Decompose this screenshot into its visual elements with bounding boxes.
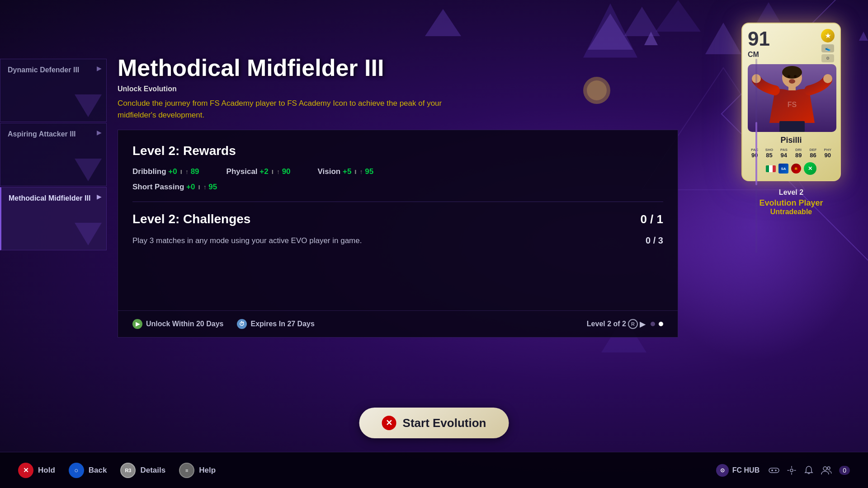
expires-days-info: ⏱ Expires In 27 Days	[237, 319, 314, 329]
card-extra-badge: ⚙	[821, 54, 834, 62]
sidebar-decoration	[75, 159, 102, 181]
r3-icon: R3	[120, 463, 136, 478]
stat-sho-label: SHO	[765, 148, 773, 152]
unlock-label: Unlock Evolution	[118, 85, 678, 93]
reward-dribbling: Dribbling +0 ı ↑ 89	[132, 167, 199, 176]
untradeable-label: Untradeable	[759, 208, 823, 216]
card-top-right: ★ 👟 ⚙	[821, 29, 835, 62]
sidebar: Dynamic Defender III ▶ Aspiring Attacker…	[0, 0, 111, 488]
dribbling-plus: +0	[168, 167, 177, 176]
svg-text:FS: FS	[788, 101, 797, 108]
help-label: Help	[199, 466, 216, 475]
sidebar-item-label: Methodical Midfielder III	[9, 194, 90, 203]
card-top-left: 91 CM	[748, 29, 770, 59]
unlock-icon: ▶	[132, 319, 142, 329]
sidebar-arrow-icon: ▶	[97, 65, 102, 72]
description-text: Conclude the journey from FS Academy pla…	[118, 98, 479, 121]
help-button[interactable]: ≡ Help	[179, 463, 216, 478]
challenges-header: Level 2: Challenges 0 / 1	[132, 212, 663, 226]
passing-plus: +0	[186, 183, 195, 191]
back-label: Back	[89, 466, 107, 475]
section-divider	[132, 202, 663, 202]
hold-button[interactable]: ✕ Hold	[18, 463, 55, 478]
content-panel: Level 2: Rewards Dribbling +0 ı ↑ 89 Phy…	[118, 130, 678, 338]
svg-marker-10	[859, 32, 868, 41]
svg-point-25	[771, 469, 773, 471]
unlock-days-label: Unlock Within 20 Days	[146, 320, 223, 328]
rewards-grid: Dribbling +0 ı ↑ 89 Physical +2 ı ↑ 90 V…	[132, 167, 663, 176]
footer-right: Level 2 of 2 R ▶	[587, 319, 663, 329]
start-evolution-button[interactable]: ✕ Start Evolution	[359, 408, 509, 438]
evolution-title: Methodical Midfielder III	[118, 54, 678, 81]
sidebar-item-dynamic-defender-iii[interactable]: Dynamic Defender III ▶	[0, 59, 107, 122]
svg-marker-0	[425, 9, 461, 36]
level-nav: Level 2 of 2 R ▶	[587, 319, 645, 329]
stat-pas: PAS 94	[777, 148, 791, 159]
notification-count: 0	[839, 466, 850, 475]
card-level-info: Level 2 Evolution Player Untradeable	[759, 188, 823, 216]
svg-point-28	[790, 469, 793, 472]
card-rating: 91	[748, 29, 770, 49]
stat-dri-value: 89	[795, 152, 802, 159]
stat-phy-value: 90	[825, 152, 831, 159]
dot-2	[659, 322, 663, 326]
card-flags: SA R ✕	[748, 162, 835, 175]
svg-marker-2	[588, 14, 633, 50]
evo-player-label: Evolution Player	[759, 198, 823, 208]
scroll-indicator	[755, 59, 757, 253]
rewards-title: Level 2: Rewards	[132, 144, 663, 158]
controller-icon-btn	[769, 467, 779, 474]
unlock-days-info: ▶ Unlock Within 20 Days	[132, 319, 223, 329]
card-player-name: Pisilli	[748, 136, 835, 145]
reward-vision: Vision +5 ı ↑ 95	[318, 167, 374, 176]
details-label: Details	[140, 466, 165, 475]
svg-point-20	[788, 75, 790, 78]
flag-green	[766, 165, 769, 172]
physical-cap: 90	[282, 167, 291, 176]
svg-marker-4	[656, 0, 701, 32]
settings-icon-btn	[787, 465, 797, 475]
flag-white	[769, 165, 772, 172]
stat-dri: DRI 89	[792, 148, 805, 159]
svg-rect-24	[769, 468, 779, 473]
stat-sho: SHO 85	[762, 148, 776, 159]
stat-def: DEF 86	[806, 148, 820, 159]
reward-short-passing: Short Passing +0 ı ↑ 95	[132, 183, 217, 192]
panel-footer: ▶ Unlock Within 20 Days ⏱ Expires In 27 …	[118, 310, 678, 337]
back-button[interactable]: ○ Back	[69, 463, 107, 478]
stat-phy: PHY 90	[821, 148, 835, 159]
details-button[interactable]: R3 Details	[120, 463, 165, 478]
fc-hub-label: FC HUB	[732, 466, 760, 474]
dot-1	[651, 322, 655, 326]
sidebar-item-label: Dynamic Defender III	[8, 66, 79, 75]
league-badge: SA	[778, 164, 788, 174]
r-button: R	[628, 319, 638, 329]
notification-icon-btn	[804, 465, 814, 475]
sidebar-decoration	[75, 223, 102, 245]
passing-cap: 95	[208, 183, 217, 191]
svg-point-18	[823, 74, 832, 83]
stat-dri-label: DRI	[795, 148, 802, 152]
sidebar-arrow-icon: ▶	[97, 193, 102, 200]
fc-hub[interactable]: ⊙ FC HUB	[716, 464, 760, 477]
reward-physical: Physical +2 ı ↑ 90	[226, 167, 291, 176]
vision-cap: 95	[365, 167, 373, 176]
sidebar-item-label: Aspiring Attacker III	[8, 130, 76, 139]
svg-point-30	[827, 467, 830, 469]
player-image: FS	[748, 64, 836, 132]
level-text: Level 2	[759, 188, 823, 197]
card-position: CM	[748, 51, 770, 59]
circle-icon: ○	[69, 463, 84, 478]
stat-def-label: DEF	[809, 148, 816, 152]
sidebar-arrow-icon: ▶	[97, 129, 102, 136]
sidebar-item-methodical-midfielder-iii[interactable]: Methodical Midfielder III ▶	[0, 187, 107, 250]
svg-rect-22	[779, 121, 805, 132]
club-badge: R	[791, 164, 801, 174]
sidebar-item-aspiring-attacker-iii[interactable]: Aspiring Attacker III ▶	[0, 123, 107, 186]
fc-hub-icon: ⊙	[716, 464, 729, 477]
physical-plus: +2	[259, 167, 268, 176]
italy-flag	[766, 165, 776, 172]
svg-marker-3	[624, 7, 660, 36]
menu-icon: ≡	[179, 463, 194, 478]
card-stats: PAC 90 SHO 85 PAS 94 DRI 89 DEF 86 PHY 9…	[748, 148, 835, 159]
